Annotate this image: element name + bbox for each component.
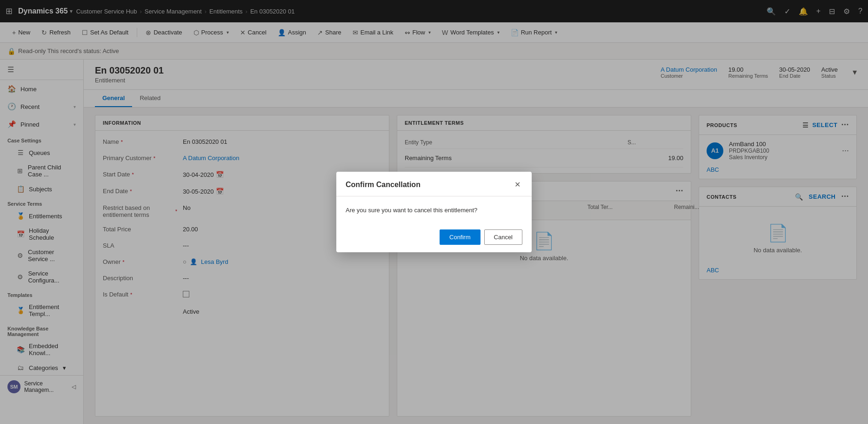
modal-footer: Confirm Cancel bbox=[336, 224, 532, 252]
modal-overlay[interactable]: Confirm Cancellation ✕ Are you sure you … bbox=[0, 0, 868, 424]
modal-cancel-button[interactable]: Cancel bbox=[484, 229, 522, 245]
modal-message: Are you sure you want to cancel this ent… bbox=[346, 207, 477, 214]
modal-confirm-button[interactable]: Confirm bbox=[440, 229, 481, 245]
modal-title: Confirm Cancellation bbox=[346, 181, 421, 189]
modal-close-button[interactable]: ✕ bbox=[513, 179, 522, 190]
confirm-cancellation-modal: Confirm Cancellation ✕ Are you sure you … bbox=[336, 172, 532, 253]
modal-body: Are you sure you want to cancel this ent… bbox=[336, 196, 532, 224]
modal-header: Confirm Cancellation ✕ bbox=[336, 172, 532, 196]
